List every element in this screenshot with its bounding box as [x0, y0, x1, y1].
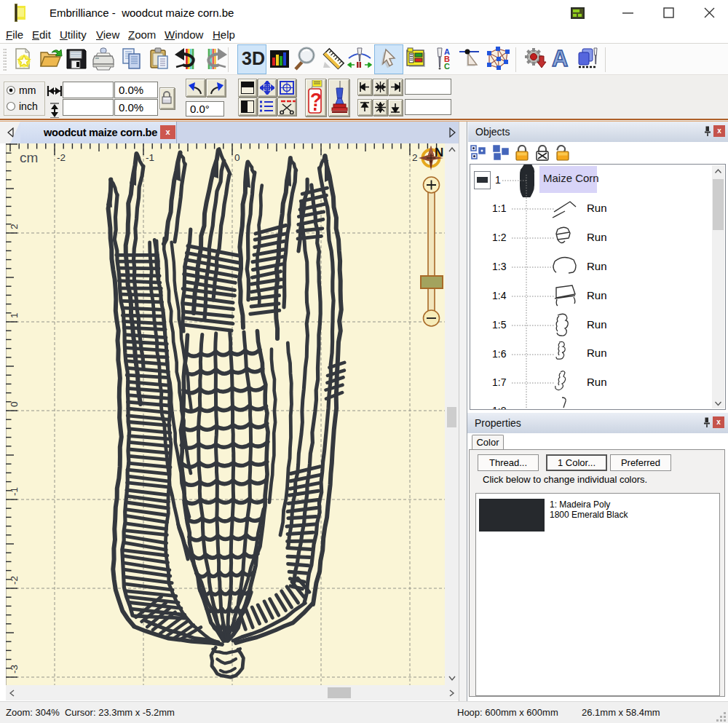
svg-text:-3: -3: [9, 665, 20, 673]
svg-text:A: A: [552, 46, 568, 71]
svg-text:-1: -1: [146, 152, 154, 163]
svg-text:-2: -2: [9, 576, 20, 585]
svg-text:3D: 3D: [242, 48, 265, 68]
svg-text:-1: -1: [9, 487, 20, 496]
svg-text:0: 0: [9, 401, 20, 407]
svg-text:C: C: [444, 62, 450, 71]
svg-text:1: 1: [9, 312, 20, 318]
svg-text:-2: -2: [57, 152, 66, 163]
svg-text:mm: mm: [19, 84, 36, 96]
svg-text:2: 2: [412, 152, 418, 163]
svg-text:cm: cm: [20, 150, 38, 165]
svg-text:0: 0: [234, 152, 240, 163]
svg-text:N: N: [435, 146, 443, 159]
svg-text:inch: inch: [19, 100, 38, 112]
svg-text:2: 2: [9, 224, 20, 229]
svg-text:?: ?: [310, 89, 322, 111]
